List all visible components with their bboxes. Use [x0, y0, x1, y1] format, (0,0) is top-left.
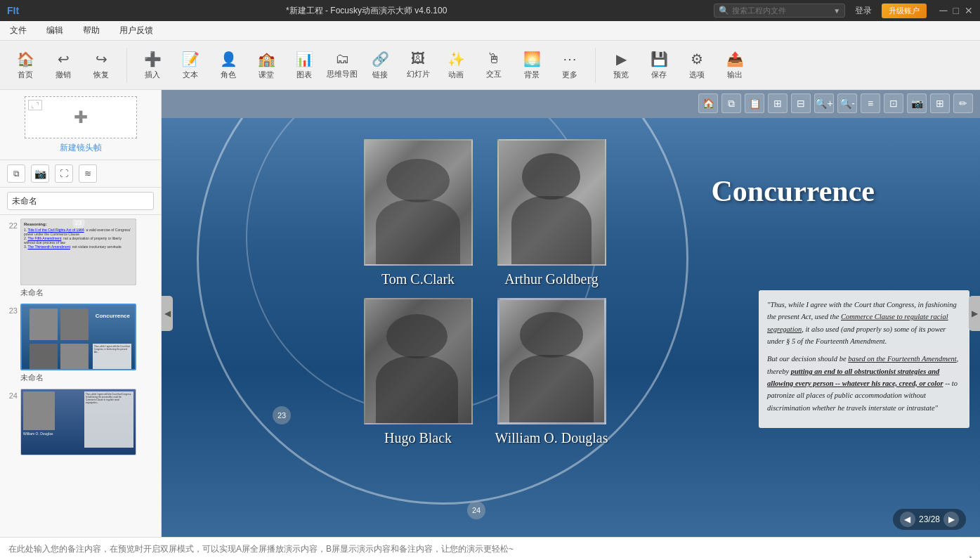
add-frame-icon: ✚ — [74, 108, 88, 127]
canvas-align-btn[interactable]: ≡ — [861, 93, 880, 113]
toolbar-link[interactable]: 🔗 链接 — [362, 44, 398, 86]
tom-body — [376, 200, 461, 264]
canvas-screenshot-btn[interactable]: 📷 — [907, 93, 927, 113]
toolbar-role[interactable]: 👤 角色 — [210, 44, 247, 86]
slide-num-23: 23 — [4, 304, 18, 315]
toolbar-save[interactable]: 💾 保存 — [641, 44, 677, 86]
fullscreen-btn[interactable]: ⛶ — [55, 164, 73, 183]
new-frame-label[interactable]: 新建镜头帧 — [60, 142, 102, 154]
collapse-right-btn[interactable]: ▶ — [969, 296, 980, 331]
toolbar-interact[interactable]: 🖱 交互 — [476, 44, 512, 86]
text-label: 文本 — [183, 70, 198, 80]
canvas-toolbar: 🏠 ⧉ 📋 ⊞ ⊟ 🔍+ 🔍- ≡ ⊡ 📷 ⊞ ✏ — [698, 93, 973, 113]
toolbar-redo[interactable]: ↪ 恢复 — [83, 44, 119, 86]
canvas-zoom-out-btn[interactable]: 🔍- — [837, 93, 857, 113]
maximize-button[interactable]: □ — [953, 5, 959, 16]
search-dropdown-icon[interactable]: ▼ — [833, 7, 840, 15]
william-name: William O. Douglas — [495, 430, 608, 446]
link-icon: 🔗 — [372, 51, 389, 67]
slide-icon: 🖼 — [411, 51, 425, 67]
concurrence-title: Concurrence — [712, 174, 875, 208]
toolbar-bg[interactable]: 🌅 背景 — [514, 44, 550, 86]
canvas-ungroup-btn[interactable]: ⊟ — [791, 93, 811, 113]
canvas-grid-btn[interactable]: ⊞ — [930, 93, 950, 113]
upgrade-button[interactable]: 升级账户 — [882, 4, 927, 18]
style-btn[interactable]: ≋ — [79, 164, 97, 183]
canvas-zoom-in-btn[interactable]: 🔍+ — [814, 93, 834, 113]
prog-prev-btn[interactable]: ◀ — [900, 512, 915, 527]
quote-box: "Thus, while I agree with the Court that… — [759, 290, 969, 428]
notes-textarea[interactable] — [0, 538, 980, 558]
mini-photo-2 — [60, 309, 89, 340]
text-icon: 📝 — [182, 51, 200, 67]
insert-label: 插入 — [145, 70, 160, 80]
link-label: 链接 — [372, 70, 388, 80]
app-title: *新建工程 - Focusky动画演示大师 v4.6.100 — [19, 5, 714, 17]
toolbar-more[interactable]: ⋯ 更多 — [551, 44, 588, 86]
toolbar-slide[interactable]: 🖼 幻灯片 — [400, 44, 436, 86]
search-box[interactable]: 🔍 ▼ — [714, 4, 845, 18]
canvas-paste-btn[interactable]: 📋 — [745, 93, 764, 113]
frame-corners: ⌞ ⌝ — [28, 100, 43, 110]
mini-photo-1 — [30, 309, 58, 340]
slide-thumb-24[interactable]: William O. Douglas Thus, while I agree w… — [20, 389, 136, 455]
canvas-group-btn[interactable]: ⊞ — [768, 93, 788, 113]
collapse-left-icon: ◀ — [164, 309, 171, 318]
toolbar-insert[interactable]: ➕ 插入 — [134, 44, 171, 86]
canvas-copy-btn[interactable]: ⧉ — [721, 93, 741, 113]
undo-label: 撤销 — [55, 70, 71, 80]
toolbar-sep-2 — [595, 48, 596, 83]
toolbar-chart[interactable]: 📊 图表 — [286, 44, 322, 86]
toolbar-home[interactable]: 🏠 首页 — [7, 44, 44, 86]
william-head — [520, 312, 582, 357]
toolbar-undo[interactable]: ↩ 撤销 — [45, 44, 81, 86]
slide-22-text2: 2. The Fifth Amendment: not a deprivatio… — [24, 236, 133, 245]
collapse-left-btn[interactable]: ◀ — [162, 296, 173, 331]
canvas-size-btn[interactable]: ⊡ — [884, 93, 903, 113]
canvas-edit-btn[interactable]: ✏ — [953, 93, 973, 113]
options-label: 选项 — [689, 70, 705, 80]
frame-badge-24: 24 — [467, 501, 485, 519]
frame-name-input[interactable] — [7, 192, 154, 210]
fullscreen-icon: ⛶ — [60, 169, 68, 179]
slide-thumb-wrap-22: Reasoning: 1. Title II of the Civil Righ… — [20, 219, 157, 298]
menu-edit[interactable]: 编辑 — [44, 23, 66, 38]
search-input[interactable] — [732, 6, 830, 15]
toolbar-options[interactable]: ⚙ 选项 — [679, 44, 715, 86]
menu-file[interactable]: 文件 — [7, 23, 30, 38]
toolbar-text[interactable]: 📝 文本 — [172, 44, 209, 86]
copy-icon: ⧉ — [13, 169, 20, 179]
menu-feedback[interactable]: 用户反馈 — [117, 23, 156, 38]
presentation-canvas[interactable]: Concurrence Tom C.Clark — [162, 118, 980, 537]
login-button[interactable]: 登录 — [851, 4, 876, 18]
slide-thumb-23[interactable]: Concurrence Thus, while I agree with the… — [20, 304, 136, 370]
animate-label: 动画 — [448, 70, 464, 80]
progress-bar: ◀ 23/28 ▶ — [893, 509, 966, 530]
toolbar-export[interactable]: 📤 输出 — [717, 44, 753, 86]
photo-hugo — [364, 298, 473, 424]
arthur-name: Arthur Goldberg — [504, 271, 599, 287]
canvas-home-btn[interactable]: 🏠 — [698, 93, 718, 113]
preview-label: 预览 — [613, 70, 629, 80]
mindmap-label: 思维导图 — [327, 69, 358, 79]
mini-quote: Thus, while I agree with the Court that … — [93, 344, 131, 370]
app-logo: FIt — [7, 5, 19, 16]
minimize-button[interactable]: ─ — [939, 4, 947, 17]
camera-btn[interactable]: 📷 — [31, 164, 49, 183]
notes-expand-btn[interactable]: ⤢ — [965, 553, 973, 559]
toolbar-classroom[interactable]: 🏫 课堂 — [248, 44, 285, 86]
slide-thumb-22[interactable]: Reasoning: 1. Title II of the Civil Righ… — [20, 219, 136, 285]
new-frame-box[interactable]: ⌞ ⌝ ✚ — [25, 96, 137, 138]
slide-label: 幻灯片 — [407, 69, 430, 79]
menu-help[interactable]: 帮助 — [80, 23, 103, 38]
toolbar-preview[interactable]: ▶ 预览 — [603, 44, 639, 86]
toolbar-sep-1 — [126, 48, 127, 83]
undo-icon: ↩ — [58, 51, 70, 67]
toolbar-animate[interactable]: ✨ 动画 — [438, 44, 474, 86]
copy-frame-btn[interactable]: ⧉ — [7, 164, 25, 183]
prog-next-btn[interactable]: ▶ — [943, 512, 959, 527]
close-button[interactable]: ✕ — [965, 5, 973, 16]
person-hugo: Hugo Black — [358, 298, 478, 446]
toolbar-mindmap[interactable]: 🗂 思维导图 — [324, 44, 360, 86]
mini-text-24: Thus, while I agree with the Court that … — [84, 391, 133, 448]
